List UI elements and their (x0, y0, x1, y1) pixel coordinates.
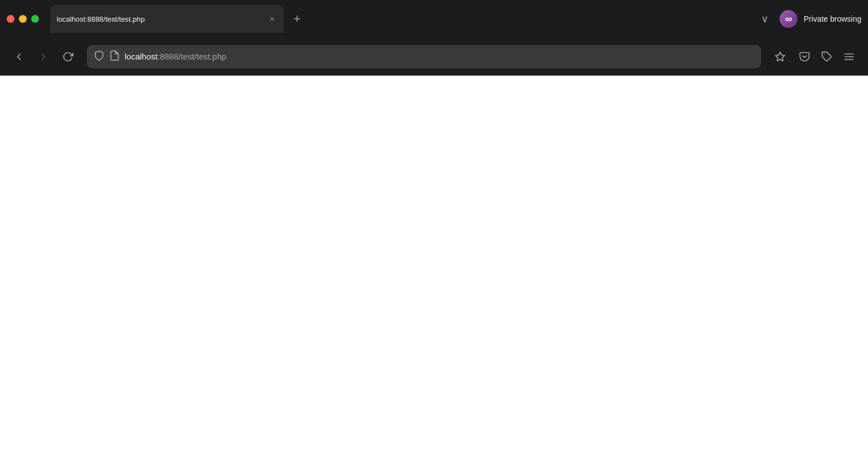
extensions-button[interactable] (817, 47, 837, 67)
star-icon (775, 51, 786, 62)
nav-bar: localhost:8888/test/test.php (0, 38, 868, 76)
forward-button[interactable] (33, 47, 53, 67)
menu-button[interactable] (839, 47, 859, 67)
forward-icon (38, 51, 49, 62)
url-text[interactable]: localhost:8888/test/test.php (125, 52, 754, 61)
maximize-window-button[interactable] (31, 15, 39, 23)
page-content (0, 76, 868, 466)
active-tab[interactable]: localhost:8888/test/test.php × (50, 5, 284, 33)
close-window-button[interactable] (7, 15, 14, 23)
menu-icon (844, 51, 855, 62)
reload-icon (62, 51, 73, 62)
page-icon (109, 50, 120, 63)
tab-bar: localhost:8888/test/test.php × + ∨ ∞ Pri… (0, 0, 868, 38)
reload-button[interactable] (58, 47, 78, 67)
back-icon (13, 51, 24, 62)
window-controls (7, 15, 39, 23)
url-bar[interactable]: localhost:8888/test/test.php (87, 45, 761, 68)
pocket-button[interactable] (795, 47, 815, 67)
svg-marker-0 (776, 52, 785, 61)
close-tab-button[interactable]: × (267, 14, 277, 24)
pocket-icon (799, 51, 810, 62)
tab-bar-right: ∨ ∞ Private browsing (757, 10, 862, 28)
tab-title: localhost:8888/test/test.php (57, 15, 263, 23)
private-browsing-label: Private browsing (804, 14, 862, 23)
private-browsing-icon: ∞ (780, 10, 797, 28)
extensions-icon (821, 51, 832, 62)
back-button[interactable] (9, 47, 29, 67)
tabs-dropdown-button[interactable]: ∨ (757, 11, 773, 27)
shield-icon (93, 50, 105, 63)
infinity-icon: ∞ (785, 13, 791, 25)
new-tab-button[interactable]: + (288, 10, 306, 28)
bookmark-button[interactable] (770, 47, 790, 67)
url-path: :8888/test/test.php (157, 52, 226, 61)
toolbar-right (795, 47, 859, 67)
url-host: localhost (125, 52, 157, 61)
minimize-window-button[interactable] (19, 15, 27, 23)
